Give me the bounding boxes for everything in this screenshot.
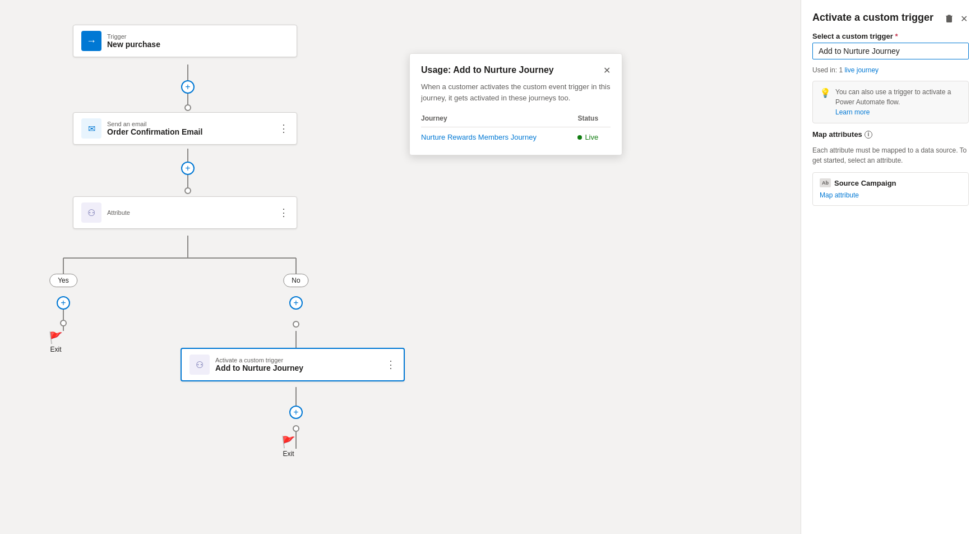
status-live: Live	[577, 133, 606, 141]
email-node[interactable]: ✉ Send an email Order Confirmation Email…	[73, 112, 297, 145]
custom-trigger-icon: ⚇	[189, 355, 210, 375]
col-status-header: Status	[577, 112, 611, 127]
info-circle-icon: i	[865, 131, 872, 139]
add-step-after-custom[interactable]: +	[289, 406, 303, 419]
usage-popup: Usage: Add to Nurture Journey ✕ When a c…	[409, 53, 622, 155]
attribute-menu[interactable]: ⋮	[279, 206, 289, 219]
info-text: You can also use a trigger to activate a…	[835, 87, 961, 117]
custom-trigger-node[interactable]: ⚇ Activate a custom trigger Add to Nurtu…	[181, 348, 405, 381]
delete-button[interactable]	[944, 13, 955, 25]
email-text: Send an email Order Confirmation Email	[107, 121, 202, 136]
attribute-text: Attribute	[107, 209, 130, 216]
custom-trigger-menu[interactable]: ⋮	[386, 358, 396, 371]
add-step-yes[interactable]: +	[57, 296, 70, 310]
connector-dot-1	[184, 104, 191, 111]
custom-trigger-text: Activate a custom trigger Add to Nurture…	[215, 357, 303, 372]
table-row: Nurture Rewards Members Journey Live	[421, 127, 611, 144]
trigger-field-group: Select a custom trigger *	[812, 32, 969, 59]
close-button[interactable]: ✕	[959, 12, 969, 25]
trigger-icon: →	[81, 31, 101, 51]
exit-node-1: 🚩 Exit	[49, 331, 63, 353]
field-label: Select a custom trigger *	[812, 32, 969, 40]
journey-link[interactable]: Nurture Rewards Members Journey	[421, 133, 537, 141]
email-icon: ✉	[81, 118, 101, 139]
map-attributes-label: Map attributes i	[812, 130, 969, 139]
map-attribute-link[interactable]: Map attribute	[820, 191, 859, 199]
exit-flag-1: 🚩	[49, 331, 63, 344]
info-icon: 💡	[820, 88, 831, 98]
trigger-node[interactable]: → Trigger New purchase	[73, 25, 297, 57]
status-dot	[577, 135, 582, 140]
info-box: 💡 You can also use a trigger to activate…	[812, 81, 969, 123]
no-branch-label: No	[283, 274, 308, 287]
attribute-node[interactable]: ⚇ Attribute ⋮	[73, 196, 297, 229]
panel-icons: ✕	[944, 12, 969, 25]
add-step-1[interactable]: +	[181, 80, 195, 94]
popup-desc: When a customer activates the custom eve…	[421, 81, 611, 103]
right-panel: Activate a custom trigger ✕ Select a cus…	[801, 0, 980, 534]
connector-dot-yes	[60, 320, 67, 326]
connector-svg	[0, 0, 801, 534]
panel-title: Activate a custom trigger	[812, 11, 944, 24]
connector-dot-2	[184, 187, 191, 194]
trigger-text: Trigger New purchase	[107, 33, 160, 49]
attr-desc: Each attribute must be mapped to a data …	[812, 145, 969, 165]
exit-node-2: 🚩 Exit	[281, 435, 295, 458]
popup-table: Journey Status Nurture Rewards Members J…	[421, 112, 611, 144]
attribute-icon: ⚇	[81, 202, 101, 223]
add-step-no[interactable]: +	[289, 296, 303, 310]
live-journey-link[interactable]: live journey	[844, 66, 879, 74]
popup-title: Usage: Add to Nurture Journey	[421, 65, 554, 75]
used-in-text: Used in: 1 live journey	[812, 66, 969, 74]
add-step-2[interactable]: +	[181, 162, 195, 175]
trigger-input[interactable]	[812, 43, 969, 59]
popup-header: Usage: Add to Nurture Journey ✕	[421, 65, 611, 76]
col-journey-header: Journey	[421, 112, 577, 127]
canvas-area: → Trigger New purchase + ✉ Send an email…	[0, 0, 801, 534]
popup-close-button[interactable]: ✕	[603, 65, 611, 76]
email-menu[interactable]: ⋮	[279, 122, 289, 135]
yes-branch-label: Yes	[49, 274, 77, 287]
connector-dot-after-custom	[293, 425, 299, 432]
exit-flag-2: 🚩	[281, 435, 295, 449]
panel-header: Activate a custom trigger ✕	[812, 11, 969, 25]
attr-card-header: Ab Source Campaign	[820, 178, 961, 187]
attr-icon: Ab	[820, 178, 831, 187]
attribute-card: Ab Source Campaign Map attribute	[812, 172, 969, 206]
connector-dot-no	[293, 321, 299, 328]
learn-more-link[interactable]: Learn more	[835, 108, 870, 116]
